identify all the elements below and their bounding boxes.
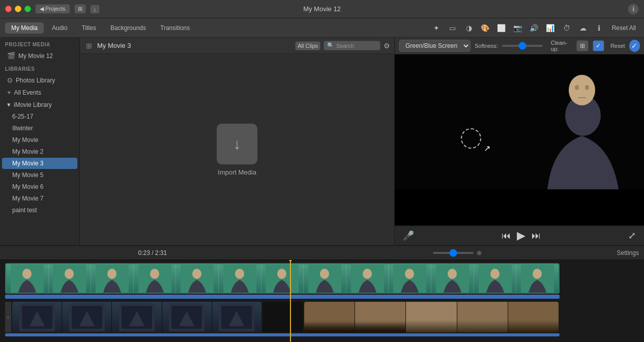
cleanup-button-1[interactable]: ⊞ [576,40,588,51]
broll-scroll-left[interactable]: ‹ [5,302,11,332]
import-arrow-icon: ↓ [233,135,241,153]
sidebar-item-my-movie[interactable]: My Movie [2,134,77,146]
preview-panel: Green/Blue Screen Softness: Clean-up: ⊞ … [395,38,644,245]
tab-transitions[interactable]: Transitions [154,22,196,34]
gear-icon[interactable]: ⚙ [384,42,390,50]
blob-icon[interactable]: ☁ [576,21,590,35]
broll-section-1[interactable] [12,302,261,332]
sidebar-photos-label: Photos Library [16,77,55,84]
softness-label: Softness: [475,43,498,49]
media-content: ↓ Import Media [80,54,394,245]
clips-dropdown[interactable]: All Clips [295,41,320,50]
reset-all-button[interactable]: Reset All [609,23,639,33]
search-box: 🔍 [324,41,380,50]
sidebar-item-photos-library[interactable]: ⊙ Photos Library [2,74,77,86]
skip-back-button[interactable]: ⏮ [502,231,511,241]
grid-view-button[interactable]: ⊞ [74,4,86,14]
wand-icon[interactable]: ✦ [430,21,443,35]
timecode-current: 0:23 [138,249,150,256]
chevron-down-icon: ▾ [7,101,11,108]
sidebar-item-imovie-library[interactable]: ▾ iMovie Library [2,99,77,110]
svg-point-15 [192,269,201,279]
sidebar-item-illwinter[interactable]: Illwinter [2,123,77,134]
sidebar-toggle-button[interactable]: ⊞ [84,42,94,50]
svg-point-2 [569,75,595,105]
info-button[interactable]: ℹ [628,4,639,15]
sidebar-item-paint-test[interactable]: paint test [2,205,77,216]
sidebar-item-my-movie-6[interactable]: My Movie 6 [2,181,77,192]
preview-video-frame [395,54,644,189]
svg-point-27 [448,269,457,279]
sidebar-item-all-events[interactable]: + All Events [2,87,77,98]
maximize-button[interactable] [24,6,31,12]
sidebar-mymovie7-label: My Movie 7 [12,195,43,202]
sidebar-project-label: My Movie 12 [18,52,53,60]
playback-controls: 🎤 ⏮ ▶ ⏭ ⤢ [395,225,644,245]
sidebar-item-my-movie-12[interactable]: 🎬 My Movie 12 [2,50,77,62]
film-icon: 🎬 [7,52,15,60]
playhead-marker [287,260,294,262]
tab-titles[interactable]: Titles [76,22,102,34]
sidebar-paintest-label: paint test [12,207,37,214]
sidebar-item-6-25-17[interactable]: 6-25-17 [2,111,77,122]
microphone-button[interactable]: 🎤 [403,230,414,241]
timecode-total: 2:31 [155,249,167,256]
fullscreen-button[interactable]: ⤢ [628,230,636,241]
softness-slider[interactable] [502,45,543,47]
svg-point-11 [107,269,116,279]
video-preview: ↗ [395,54,644,225]
sidebar-mymovie6-label: My Movie 6 [12,183,43,190]
barchart-icon[interactable]: 📊 [544,21,557,35]
tab-audio[interactable]: Audio [46,22,74,34]
timeline-area: 0:23 / 2:31 ⊕ Settings [0,245,644,342]
skip-forward-button[interactable]: ⏭ [532,231,541,241]
photos-icon: ⊙ [7,76,13,84]
sidebar-mymovie5-label: My Movie 5 [12,172,43,179]
tab-backgrounds[interactable]: Backgrounds [104,22,152,34]
cleanup-grid-icon: ⊞ [580,42,585,49]
svg-point-9 [65,269,74,279]
close-button[interactable] [5,6,12,12]
keyer-dropdown[interactable]: Green/Blue Screen [399,40,471,52]
crop-icon[interactable]: ⬜ [495,21,508,35]
svg-point-4 [585,85,589,90]
sidebar-item-my-movie-7[interactable]: My Movie 7 [2,193,77,204]
search-input[interactable] [336,43,377,49]
toolbar-tools: ✦ ▭ ◑ 🎨 ⬜ 📷 🔊 📊 ⏱ ☁ ℹ Reset All [430,21,639,35]
camera-icon[interactable]: 📷 [511,21,524,35]
download-button[interactable]: ↓ [90,5,100,14]
reset-button[interactable]: Reset [610,43,625,49]
confirm-button[interactable]: ✓ [629,40,640,52]
zoom-slider[interactable] [433,252,474,254]
svg-point-13 [150,269,159,279]
minimize-button[interactable] [15,6,21,12]
circle-icon[interactable]: ◑ [462,21,476,35]
sidebar-item-my-movie-5[interactable]: My Movie 5 [2,169,77,181]
clock-icon[interactable]: ⏱ [560,21,573,35]
tab-my-media[interactable]: My Media [5,22,44,34]
sidebar-625-label: 6-25-17 [12,113,33,120]
window-controls [5,6,31,12]
video-track[interactable] [5,263,560,294]
svg-point-31 [533,269,542,279]
svg-point-3 [575,85,579,90]
sidebar-item-my-movie-2[interactable]: My Movie 2 [2,146,77,157]
video-selection-bar [5,295,560,299]
cleanup-button-2[interactable]: ✓ [593,40,604,51]
timeline-tracks: ‹ [0,260,644,342]
play-button[interactable]: ▶ [517,229,525,242]
titlebar-left-controls: ◀ Projects ⊞ ↓ [35,4,100,14]
sidebar-item-my-movie-3[interactable]: My Movie 3 [2,158,77,169]
color-icon[interactable]: 🎨 [479,21,492,35]
video-track-row [5,263,644,299]
volume-icon[interactable]: 🔊 [528,21,541,35]
svg-point-25 [405,269,414,279]
rect-icon[interactable]: ▭ [446,21,459,35]
projects-button[interactable]: ◀ Projects [35,4,70,14]
sidebar-mymovie2-label: My Movie 2 [12,148,43,155]
info-tool-icon[interactable]: ℹ [593,21,606,35]
settings-button[interactable]: Settings [617,249,639,256]
broll-section-2[interactable] [304,302,559,332]
sidebar-mymovie3-label: My Movie 3 [12,160,43,167]
import-media-button[interactable]: ↓ [217,124,257,164]
